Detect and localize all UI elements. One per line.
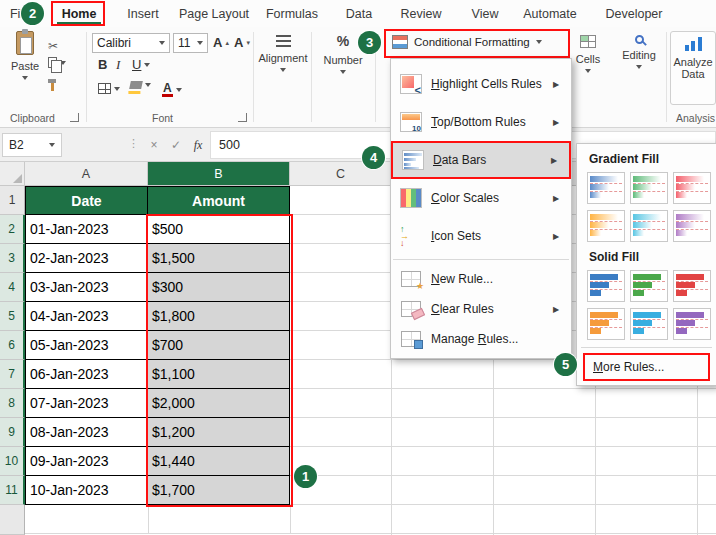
italic-button[interactable]: I <box>116 57 120 73</box>
menu-item-more-rules[interactable]: More Rules... <box>583 353 710 381</box>
menu-item-highlight-cells-rules[interactable]: Highlight Cells Rules <box>391 65 571 103</box>
cell-b6[interactable]: $700 <box>148 331 290 360</box>
tab-insert[interactable]: Insert <box>122 3 164 25</box>
row-header-12[interactable] <box>0 505 25 535</box>
fill-color-dropdown-icon[interactable] <box>145 83 151 87</box>
cells-dropdown-icon[interactable] <box>585 69 591 73</box>
tab-view[interactable]: View <box>467 3 503 25</box>
shrink-font-button[interactable]: A <box>234 35 250 50</box>
row-header-5[interactable]: 5 <box>0 302 25 331</box>
row-header-7[interactable]: 7 <box>0 360 25 389</box>
row-header-8[interactable]: 8 <box>0 389 25 418</box>
select-all-corner[interactable] <box>0 162 25 186</box>
underline-button[interactable]: U <box>132 57 150 72</box>
borders-button[interactable] <box>98 83 120 94</box>
cell-a9[interactable]: 08-Jan-2023 <box>25 418 148 447</box>
tab-page-layout[interactable]: Page Layout <box>177 3 251 25</box>
tab-automate[interactable]: Automate <box>519 3 581 25</box>
column-header-a[interactable]: A <box>25 162 148 186</box>
cell-b5[interactable]: $1,800 <box>148 302 290 331</box>
menu-item-top-bottom-rules[interactable]: Top/Bottom Rules <box>391 103 571 141</box>
font-name-combo[interactable]: Calibri <box>92 33 170 53</box>
menu-item-icon-sets[interactable]: Icon Sets <box>391 217 571 255</box>
conditional-formatting-dropdown-icon[interactable] <box>536 40 542 44</box>
solid-green-data-bar[interactable] <box>630 270 668 302</box>
cell-a7[interactable]: 06-Jan-2023 <box>25 360 148 389</box>
name-box-dropdown-icon[interactable] <box>49 143 55 147</box>
font-size-combo[interactable]: 11 <box>173 33 208 53</box>
cell-b11[interactable]: $1,700 <box>148 476 290 505</box>
cell-a4[interactable]: 03-Jan-2023 <box>25 273 148 302</box>
cell-b7[interactable]: $1,100 <box>148 360 290 389</box>
formula-bar-resize-handle[interactable]: ⋮ <box>128 137 139 150</box>
cell-a1[interactable]: Date <box>25 186 148 215</box>
cell-a2[interactable]: 01-Jan-2023 <box>25 215 148 244</box>
solid-orange-data-bar[interactable] <box>587 308 625 340</box>
menu-item-manage-rules[interactable]: Manage Rules... <box>391 324 571 354</box>
cancel-icon[interactable]: × <box>144 133 164 157</box>
name-box[interactable]: B2 <box>2 133 62 157</box>
tab-formulas[interactable]: Formulas <box>263 3 321 25</box>
borders-dropdown-icon[interactable] <box>114 87 120 91</box>
paste-button[interactable]: Paste <box>6 31 44 80</box>
fill-color-button[interactable] <box>130 81 151 89</box>
row-header-2[interactable]: 2 <box>0 215 25 244</box>
editing-group-button[interactable]: Editing <box>614 35 664 69</box>
format-painter-button[interactable] <box>48 79 56 83</box>
solid-blue-data-bar[interactable] <box>587 270 625 302</box>
row-header-6[interactable]: 6 <box>0 331 25 360</box>
solid-lightblue-data-bar[interactable] <box>630 308 668 340</box>
font-name-dropdown-icon[interactable] <box>159 41 165 45</box>
clipboard-dialog-launcher-icon[interactable] <box>70 113 79 122</box>
cell-b8[interactable]: $2,000 <box>148 389 290 418</box>
cell-b4[interactable]: $300 <box>148 273 290 302</box>
tab-developer[interactable]: Developer <box>601 3 667 25</box>
font-color-button[interactable]: A <box>162 82 182 97</box>
font-color-dropdown-icon[interactable] <box>176 88 182 92</box>
cell-a6[interactable]: 05-Jan-2023 <box>25 331 148 360</box>
cells-group-button[interactable]: Cells <box>568 35 608 73</box>
copy-button[interactable] <box>48 57 66 68</box>
tab-home[interactable]: Home <box>57 3 101 25</box>
number-dropdown-icon[interactable] <box>340 70 346 74</box>
analyze-data-button[interactable]: Analyze Data <box>670 31 716 105</box>
solid-purple-data-bar[interactable] <box>673 308 711 340</box>
gradient-blue-data-bar[interactable] <box>587 172 625 204</box>
underline-dropdown-icon[interactable] <box>144 63 150 67</box>
insert-function-icon[interactable]: fx <box>188 133 208 157</box>
cell-b9[interactable]: $1,200 <box>148 418 290 447</box>
editing-dropdown-icon[interactable] <box>636 65 642 69</box>
enter-icon[interactable]: ✓ <box>166 133 186 157</box>
tab-data[interactable]: Data <box>341 3 377 25</box>
menu-item-new-rule[interactable]: New Rule... <box>391 264 571 294</box>
gradient-purple-data-bar[interactable] <box>673 210 711 242</box>
alignment-dropdown-icon[interactable] <box>280 68 286 72</box>
font-size-dropdown-icon[interactable] <box>197 41 203 45</box>
row-header-1[interactable]: 1 <box>0 186 25 215</box>
paste-dropdown-icon[interactable] <box>22 76 28 80</box>
row-header-3[interactable]: 3 <box>0 244 25 273</box>
grow-font-button[interactable]: A <box>213 35 229 50</box>
menu-item-color-scales[interactable]: Color Scales <box>391 179 571 217</box>
gradient-red-data-bar[interactable] <box>673 172 711 204</box>
cell-a8[interactable]: 07-Jan-2023 <box>25 389 148 418</box>
row-header-11[interactable]: 11 <box>0 476 25 505</box>
bold-button[interactable]: B <box>98 57 107 72</box>
menu-item-clear-rules[interactable]: Clear Rules <box>391 294 571 324</box>
cell-a11[interactable]: 10-Jan-2023 <box>25 476 148 505</box>
menu-item-data-bars[interactable]: Data Bars <box>391 141 571 179</box>
alignment-group-button[interactable]: Alignment <box>257 35 309 72</box>
row-header-9[interactable]: 9 <box>0 418 25 447</box>
tab-review[interactable]: Review <box>397 3 445 25</box>
gradient-orange-data-bar[interactable] <box>587 210 625 242</box>
gradient-green-data-bar[interactable] <box>630 172 668 204</box>
row-header-10[interactable]: 10 <box>0 447 25 476</box>
cell-a5[interactable]: 04-Jan-2023 <box>25 302 148 331</box>
cell-b3[interactable]: $1,500 <box>148 244 290 273</box>
cell-a3[interactable]: 02-Jan-2023 <box>25 244 148 273</box>
column-header-b[interactable]: B <box>148 162 290 186</box>
cut-button[interactable] <box>48 36 58 54</box>
cell-a10[interactable]: 09-Jan-2023 <box>25 447 148 476</box>
cell-b10[interactable]: $1,440 <box>148 447 290 476</box>
solid-red-data-bar[interactable] <box>673 270 711 302</box>
